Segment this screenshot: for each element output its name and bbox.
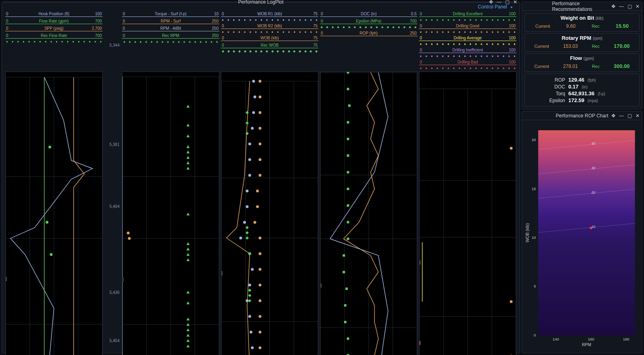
- svg-rect-120: [347, 121, 349, 123]
- track-header: 0DOC (in)0.5: [320, 11, 417, 17]
- maximize-icon[interactable]: ▢: [627, 4, 632, 9]
- svg-marker-105: [248, 294, 251, 297]
- svg-marker-30: [186, 151, 190, 154]
- svg-text:WOB (klb): WOB (klb): [525, 223, 530, 242]
- svg-point-68: [243, 221, 246, 224]
- svg-text:40: 40: [591, 142, 595, 146]
- track-header: 0Hook Position (ft)100: [5, 11, 103, 17]
- track-header: 0Drilling Inefficient100: [419, 47, 516, 53]
- svg-marker-33: [186, 167, 190, 170]
- depth-tick-label: 5,436: [109, 290, 120, 294]
- svg-text:5: 5: [534, 284, 536, 288]
- depth-marker[interactable]: [5, 277, 7, 281]
- svg-point-60: [254, 96, 256, 98]
- rec-group-title: Weight on Bit (klb): [525, 14, 639, 22]
- svg-point-12: [50, 253, 53, 256]
- svg-rect-117: [347, 72, 349, 74]
- track-body[interactable]: [5, 72, 103, 355]
- recs-titlebar: Performance Recommendations ✥ — ▢ ✕: [522, 2, 642, 11]
- depth-tick-label: 5,344: [109, 43, 120, 47]
- close-icon[interactable]: ✕: [512, 0, 518, 5]
- svg-rect-118: [347, 88, 349, 90]
- svg-point-67: [246, 205, 249, 208]
- chevron-down-icon: ▼: [510, 6, 513, 9]
- svg-marker-101: [246, 231, 249, 234]
- maximize-icon[interactable]: ▢: [504, 0, 510, 5]
- current-value: 153.03: [563, 43, 578, 49]
- svg-text:30: 30: [591, 166, 595, 170]
- svg-point-82: [259, 143, 262, 146]
- rop-titlebar: Performance ROP Chart ✥ — ▢ ✕: [522, 111, 642, 120]
- header-markers: ●●●●●●●●●●●●●●●●●●: [419, 31, 516, 34]
- svg-point-63: [248, 143, 251, 146]
- svg-point-78: [259, 80, 262, 83]
- current-label: Current: [535, 24, 550, 29]
- move-icon[interactable]: ✥: [611, 4, 616, 9]
- depth-marker[interactable]: [419, 261, 421, 265]
- svg-text:20: 20: [591, 191, 595, 195]
- svg-text:20: 20: [532, 137, 536, 142]
- svg-point-95: [259, 347, 262, 349]
- maximize-icon[interactable]: ▢: [627, 113, 632, 119]
- recs-body: Weight on Bit (klb)Current9.60Rec15.50Ro…: [522, 11, 642, 109]
- svg-point-92: [259, 300, 262, 302]
- move-icon[interactable]: ✥: [488, 0, 494, 5]
- depth-axis: 5,3445,3815,4045,4365,454: [104, 11, 120, 355]
- svg-rect-132: [344, 321, 347, 323]
- svg-point-10: [48, 146, 51, 148]
- svg-marker-41: [186, 318, 190, 320]
- svg-point-61: [252, 111, 255, 114]
- control-panel-label: Control Panel: [478, 4, 507, 10]
- svg-point-89: [259, 252, 262, 255]
- minimize-icon[interactable]: —: [619, 113, 624, 119]
- header-markers: ●●●●●●●●●●●●●●●●●●: [419, 18, 516, 22]
- track-body[interactable]: [221, 72, 318, 355]
- svg-text:160: 160: [588, 337, 594, 341]
- header-markers: ●●●●●●●●●●●●●●●●●●: [221, 18, 318, 22]
- track-3: 0WOB R1 (klb)75●●●●●●●●●●●●●●●●●●0WOB R2…: [221, 11, 318, 355]
- svg-point-66: [246, 190, 249, 193]
- close-icon[interactable]: ✕: [635, 113, 640, 119]
- svg-marker-39: [186, 291, 190, 293]
- rec-label: Rec: [592, 44, 600, 49]
- svg-marker-99: [246, 132, 249, 135]
- track-header: 0WOB (klb)75: [221, 35, 318, 41]
- svg-rect-121: [347, 138, 349, 140]
- svg-marker-31: [186, 156, 190, 159]
- close-icon[interactable]: ✕: [635, 4, 640, 9]
- svg-point-81: [259, 127, 262, 130]
- current-value: 9.60: [566, 23, 576, 29]
- svg-point-75: [250, 331, 252, 334]
- depth-marker[interactable]: [320, 283, 322, 287]
- rec-value: 170.00: [614, 43, 630, 49]
- recs-title: Performance Recommendations: [552, 1, 612, 12]
- svg-text:180: 180: [623, 337, 630, 341]
- svg-point-80: [259, 111, 262, 114]
- svg-point-74: [248, 315, 251, 318]
- rec-group-title: Rotary RPM (rpm): [525, 34, 639, 42]
- track-body[interactable]: [122, 72, 219, 355]
- svg-point-88: [259, 237, 262, 240]
- svg-point-11: [45, 221, 48, 224]
- depth-marker[interactable]: [419, 341, 421, 345]
- svg-point-86: [256, 205, 259, 208]
- minimize-icon[interactable]: —: [619, 4, 624, 9]
- depth-marker[interactable]: [122, 277, 124, 281]
- move-icon[interactable]: ✥: [611, 113, 616, 119]
- minimize-icon[interactable]: —: [496, 0, 502, 5]
- logplot-titlebar: Performance LogPlot ✥ — ▢ ✕: [2, 2, 520, 2]
- svg-marker-36: [186, 248, 190, 250]
- depth-tick-label: 5,454: [109, 339, 120, 343]
- track-header: 0Drilling Excellent100: [419, 11, 516, 17]
- track-body[interactable]: [419, 72, 516, 355]
- track-header: 0Torque - Surf (f-p)10: [122, 11, 219, 17]
- depth-marker[interactable]: [221, 271, 223, 275]
- svg-text:10: 10: [532, 235, 536, 240]
- track-body[interactable]: [320, 72, 417, 355]
- svg-point-25: [128, 237, 131, 240]
- track-4: 0DOC (in)0.50Epsilon (MPa)700■■■■■■■■■■■…: [320, 11, 417, 355]
- track-header: 0Rec WOB75: [221, 43, 318, 48]
- rec-label: Rec: [592, 24, 600, 29]
- svg-rect-126: [347, 221, 349, 224]
- depth-tick-label: 5,404: [109, 204, 120, 208]
